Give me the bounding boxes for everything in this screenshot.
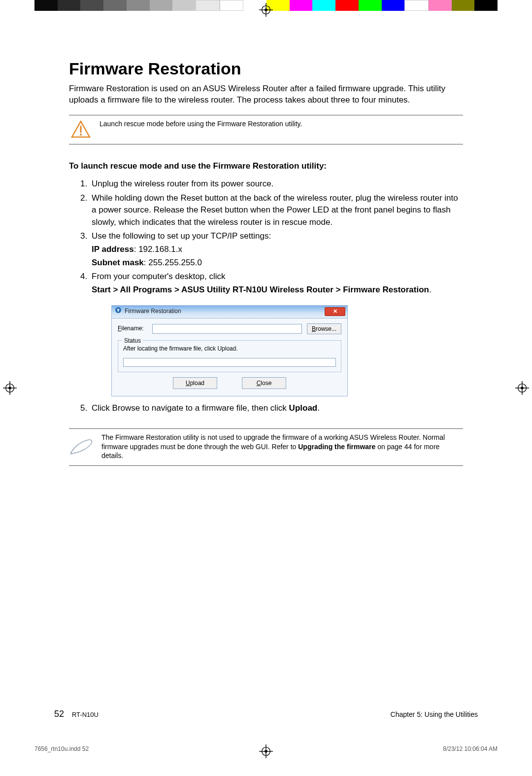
step-3-text: Use the following to set up your TCP/IP …: [92, 231, 271, 241]
procedure-subhead: To launch rescue mode and use the Firmwa…: [69, 161, 463, 171]
registration-mark-icon: [259, 3, 273, 17]
filename-input[interactable]: [152, 324, 302, 334]
svg-point-7: [8, 387, 11, 389]
subnet-mask-label: Subnet mask: [92, 258, 144, 267]
registration-mark-icon: [515, 381, 529, 395]
note-not-for-upgrade: The Firmware Restoration utility is not …: [69, 428, 463, 466]
note-text: The Firmware Restoration utility is not …: [101, 433, 463, 461]
dialog-titlebar: Firmware Restoration ✕: [112, 306, 347, 318]
page-number: 52: [54, 709, 64, 719]
firmware-restoration-dialog: Firmware Restoration ✕ Filename: Browse.…: [111, 305, 348, 396]
status-legend: Status: [122, 337, 143, 345]
svg-point-18: [80, 134, 82, 136]
registration-mark-icon: [3, 381, 17, 395]
progress-bar: [123, 358, 336, 367]
status-group: Status After locating the firmware file,…: [118, 340, 341, 372]
step-5-text: Click Browse to navigate to a firmware f…: [92, 403, 289, 413]
close-button[interactable]: ✕: [325, 307, 345, 316]
subnet-mask-value: : 255.255.255.0: [144, 258, 202, 267]
intro-paragraph: Firmware Restoration is used on an ASUS …: [69, 83, 463, 106]
slug-file: 7656_rtn10u.indd 52: [34, 745, 89, 752]
pen-icon: [69, 438, 95, 456]
warning-icon: [69, 119, 93, 139]
menu-path: Start > All Programs > ASUS Utility RT-N…: [92, 285, 429, 294]
upload-button[interactable]: Upload: [173, 377, 217, 389]
note-text: Launch rescue mode before using the Firm…: [100, 119, 302, 129]
step-4-text: From your computer's desktop, click: [92, 272, 226, 281]
page-heading: Firmware Restoration: [69, 59, 463, 78]
svg-point-11: [521, 387, 524, 389]
note-launch-rescue: Launch rescue mode before using the Firm…: [69, 115, 463, 144]
step-3: Use the following to set up your TCP/IP …: [90, 230, 463, 269]
app-icon: [115, 307, 122, 316]
browse-button[interactable]: Browse...: [307, 323, 341, 334]
status-text: After locating the firmware file, click …: [123, 345, 336, 353]
svg-point-3: [265, 8, 267, 11]
close-dialog-button[interactable]: Close: [242, 377, 286, 389]
model-id: RT-N10U: [72, 711, 99, 718]
ip-address-label: IP address: [92, 245, 134, 254]
chapter-label: Chapter 5: Using the Utilities: [391, 710, 478, 718]
indd-slug: 7656_rtn10u.indd 52 8/23/12 10:06:04 AM: [34, 745, 498, 752]
page-footer: 52 RT-N10U Chapter 5: Using the Utilitie…: [54, 709, 478, 719]
filename-label: Filename:: [118, 324, 147, 333]
slug-timestamp: 8/23/12 10:06:04 AM: [443, 745, 498, 752]
step-4: From your computer's desktop, click Star…: [90, 271, 463, 396]
procedure-list: Unplug the wireless router from its powe…: [69, 178, 463, 415]
step-1: Unplug the wireless router from its powe…: [90, 178, 463, 190]
step-2: While holding down the Reset button at t…: [90, 192, 463, 229]
dialog-title: Firmware Restoration: [125, 307, 181, 316]
ip-address-value: : 192.168.1.x: [134, 245, 182, 254]
step-5: Click Browse to navigate to a firmware f…: [90, 402, 463, 415]
upload-word: Upload: [289, 403, 318, 413]
